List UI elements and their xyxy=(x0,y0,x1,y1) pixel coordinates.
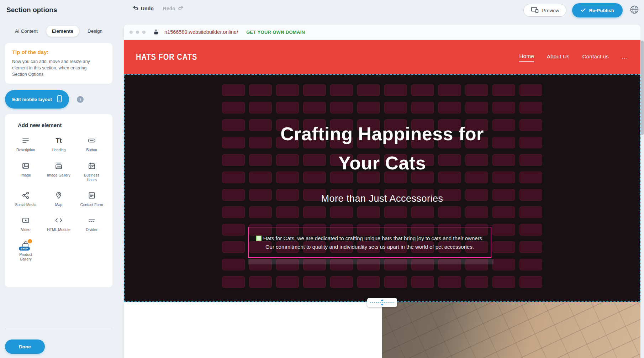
nav-home[interactable]: Home xyxy=(519,53,534,62)
site-logo[interactable]: Hats for Cats xyxy=(136,52,197,62)
hero-tile xyxy=(492,241,515,253)
editor-canvas: n1566589.websitebuilder.online/ GET YOUR… xyxy=(117,21,644,358)
hero-tile xyxy=(357,102,380,114)
element-label: Divider xyxy=(86,227,97,232)
element-label: Video xyxy=(21,227,31,232)
add-element-panel: Add new element Description Tt Heading B… xyxy=(5,114,112,287)
info-icon[interactable]: i xyxy=(77,96,84,103)
edit-mobile-layout-button[interactable]: Edit mobile layout xyxy=(5,90,69,109)
hero-tile xyxy=(492,276,515,288)
element-divider[interactable]: Divider xyxy=(75,216,108,232)
hero-tile xyxy=(303,84,326,96)
window-dot xyxy=(130,31,133,34)
canvas-scrollbar xyxy=(640,25,644,358)
hero-section-selected[interactable]: Crafting Happiness for Your Cats More th… xyxy=(124,74,640,302)
globe-icon xyxy=(629,5,639,16)
done-button[interactable]: Done xyxy=(5,339,45,354)
nav-more-button[interactable]: ... xyxy=(622,54,628,60)
hero-heading[interactable]: Crafting Happiness for Your Cats xyxy=(261,119,503,178)
business-hours-icon xyxy=(88,161,96,170)
tab-ai-content[interactable]: AI Content xyxy=(9,26,43,37)
element-contact-form[interactable]: Contact Form xyxy=(75,191,108,207)
hero-tile xyxy=(222,102,245,114)
hero-subheading[interactable]: More than Just Accessories xyxy=(125,193,640,205)
nav-about-us[interactable]: About Us xyxy=(547,53,570,61)
browser-chrome-bar: n1566589.websitebuilder.online/ GET YOUR… xyxy=(124,25,640,40)
check-icon xyxy=(581,8,586,13)
paragraph-shadow-bar xyxy=(248,259,493,264)
hero-tile xyxy=(249,84,272,96)
language-button[interactable] xyxy=(628,4,640,16)
element-description[interactable]: Description xyxy=(9,136,42,152)
element-button[interactable]: Button xyxy=(75,136,108,152)
element-grid: Description Tt Heading Button Image xyxy=(9,136,108,262)
hero-tile xyxy=(465,276,488,288)
hero-tile xyxy=(519,241,542,253)
hero-tile xyxy=(465,102,488,114)
element-map[interactable]: Map xyxy=(42,191,75,207)
hero-tile xyxy=(519,259,542,270)
tip-of-the-day-card: Tip of the day: Now you can add, move an… xyxy=(5,43,112,84)
republish-button[interactable]: Re-Publish xyxy=(572,3,623,17)
element-video[interactable]: Video xyxy=(9,216,42,232)
hero-tile xyxy=(330,206,353,218)
hero-tile xyxy=(357,84,380,96)
hero-paragraph-selected[interactable]: Hats for Cats, we are dedicated to craft… xyxy=(248,227,491,258)
redo-button[interactable]: Redo xyxy=(163,5,184,12)
element-label: HTML Module xyxy=(47,227,70,232)
tip-body: Now you can add, move and resize any ele… xyxy=(12,58,100,78)
heading-icon: Tt xyxy=(56,136,62,145)
hero-tile xyxy=(303,276,326,288)
hero-tile xyxy=(222,172,245,183)
element-label: Image Gallery xyxy=(47,173,70,178)
map-icon xyxy=(55,191,63,200)
preview-label: Preview xyxy=(542,8,559,13)
get-domain-link[interactable]: GET YOUR OWN DOMAIN xyxy=(246,30,305,35)
element-label: Button xyxy=(86,148,97,152)
preview-button[interactable]: Preview xyxy=(523,4,566,17)
nav-contact-us[interactable]: Contact us xyxy=(582,53,609,61)
hero-tile xyxy=(411,276,434,288)
hero-tile xyxy=(411,102,434,114)
element-business-hours[interactable]: Business Hours xyxy=(75,161,108,182)
republish-label: Re-Publish xyxy=(589,8,614,13)
description-icon xyxy=(22,136,30,145)
tab-elements[interactable]: Elements xyxy=(46,26,79,37)
scrollbar-thumb[interactable] xyxy=(641,41,644,135)
section-resize-handle[interactable] xyxy=(367,298,397,307)
next-section-preview[interactable] xyxy=(124,302,640,358)
add-element-title: Add new element xyxy=(18,122,108,128)
tab-design[interactable]: Design xyxy=(82,26,108,37)
lock-icon xyxy=(154,29,158,35)
element-image[interactable]: Image xyxy=(9,161,42,182)
undo-button[interactable]: Undo xyxy=(132,5,154,12)
hero-tile xyxy=(222,154,245,166)
element-label: Social Media xyxy=(15,202,36,207)
site-preview-window: n1566589.websitebuilder.online/ GET YOUR… xyxy=(124,25,640,358)
hero-tile xyxy=(519,224,542,236)
hero-tile xyxy=(384,102,407,114)
hero-tile xyxy=(303,102,326,114)
tip-title: Tip of the day: xyxy=(12,49,105,55)
element-image-gallery[interactable]: Image Gallery xyxy=(42,161,75,182)
window-dot xyxy=(142,31,146,34)
element-heading[interactable]: Tt Heading xyxy=(42,136,75,152)
video-icon xyxy=(22,216,30,225)
hero-tile xyxy=(276,84,299,96)
hero-tile xyxy=(249,206,272,218)
site-url[interactable]: n1566589.websitebuilder.online/ xyxy=(164,29,238,35)
hero-tile xyxy=(330,276,353,288)
hero-tile xyxy=(438,84,461,96)
hero-tile xyxy=(411,206,434,218)
contact-form-icon xyxy=(88,191,96,200)
hero-tile xyxy=(249,276,272,288)
element-drag-handle[interactable] xyxy=(256,236,262,241)
element-social-media[interactable]: Social Media xyxy=(9,191,42,207)
hero-tile xyxy=(222,259,245,270)
element-label: Map xyxy=(55,202,62,207)
hero-tile xyxy=(519,102,542,114)
hero-tile xyxy=(276,206,299,218)
element-html-module[interactable]: HTML Module xyxy=(42,216,75,232)
element-product-gallery[interactable]: SHOP ↑ Product Gallery xyxy=(9,241,42,262)
sidebar: AI Content Elements Design Tip of the da… xyxy=(0,21,117,358)
